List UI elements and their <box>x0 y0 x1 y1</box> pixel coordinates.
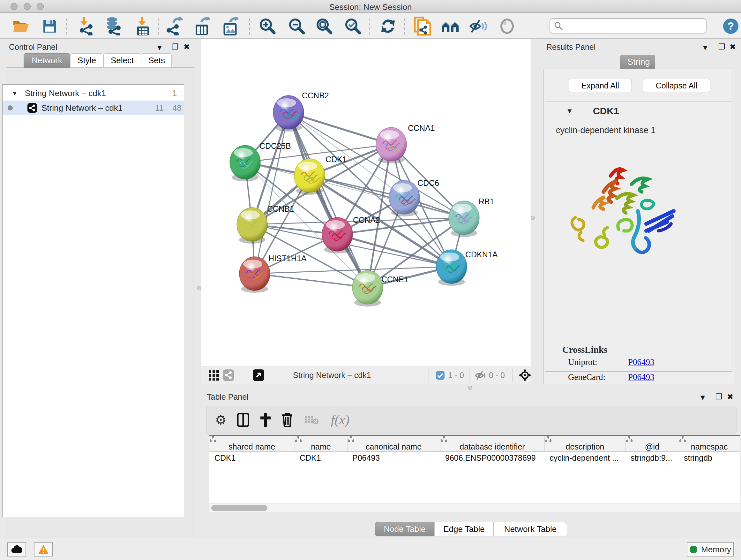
window-title: Session: New Session <box>0 2 741 12</box>
network-row[interactable]: String Network – cdk1 11 48 <box>3 101 184 115</box>
network-canvas[interactable]: CCNB2CCNA1CDC25BCDK1CDC6RB1CCNB1CCNA2CDK… <box>201 39 531 366</box>
panel-float-icon[interactable]: ❐ <box>718 43 725 51</box>
node-table[interactable]: shared namenamecanonical namedatabase id… <box>209 435 740 512</box>
table-cell[interactable]: CDK1 <box>209 452 294 464</box>
column-header[interactable]: name <box>294 436 347 452</box>
table-panel-title: Table Panel <box>207 392 249 401</box>
help-icon[interactable]: ? <box>722 17 740 35</box>
columns-icon[interactable] <box>236 412 251 428</box>
export-image-icon[interactable] <box>221 17 239 35</box>
collapse-all-button[interactable]: Collapse All <box>643 79 711 92</box>
column-header[interactable]: @id <box>625 436 679 452</box>
panel-close-icon[interactable]: ✖ <box>184 43 190 51</box>
import-table-icon[interactable] <box>134 17 152 35</box>
import-database-icon[interactable] <box>105 17 122 35</box>
crosslink-link[interactable]: P06493 <box>628 357 655 367</box>
import-network-icon[interactable] <box>78 17 96 35</box>
gray-sphere-icon[interactable] <box>498 17 516 35</box>
network-node-CCNA1[interactable]: CCNA1 <box>376 124 435 164</box>
zoom-fit-icon[interactable] <box>315 17 333 35</box>
zoom-selected-icon[interactable] <box>344 17 362 35</box>
zoom-in-icon[interactable] <box>259 17 276 35</box>
node-label: CCNB2 <box>302 91 329 100</box>
birdseye-icon[interactable] <box>253 369 264 381</box>
node-label: CDC6 <box>417 179 439 187</box>
table-cell[interactable]: cyclin-dependent ... <box>544 452 625 464</box>
tab-network[interactable]: Network <box>23 53 70 68</box>
table-cell[interactable]: stringdb:9... <box>625 452 679 464</box>
share-icon[interactable] <box>223 369 234 381</box>
gear-icon[interactable]: ⚙ <box>213 412 228 428</box>
delete-table-icon[interactable] <box>304 412 319 428</box>
grid-icon[interactable] <box>209 370 219 381</box>
crosslink-link[interactable]: P06493 <box>628 372 655 382</box>
network-node-CDC25B[interactable]: CDC25B <box>230 141 291 181</box>
function-icon[interactable]: f(x) <box>328 412 352 428</box>
export-table-icon[interactable] <box>193 17 211 35</box>
network-node-CCNB2[interactable]: CCNB2 <box>273 91 329 132</box>
network-graph[interactable]: CCNB2CCNA1CDC25BCDK1CDC6RB1CCNB1CCNA2CDK… <box>201 39 531 366</box>
column-header[interactable]: database identifier <box>440 436 544 452</box>
panel-menu-icon[interactable]: ▼ <box>699 393 706 402</box>
open-folder-icon[interactable] <box>12 17 30 35</box>
network-node-CCNE1[interactable]: CCNE1 <box>352 270 408 307</box>
memory-button[interactable]: Memory <box>687 543 734 557</box>
tab-string[interactable]: String <box>620 55 655 69</box>
table-cell[interactable]: P06493 <box>347 452 440 464</box>
column-header[interactable]: description <box>544 436 625 452</box>
export-network-icon[interactable] <box>165 17 183 35</box>
svg-text:?: ? <box>728 20 734 32</box>
eye-slash-icon[interactable] <box>475 371 486 380</box>
gene-section-header[interactable]: ▼ CDK1 <box>545 102 732 122</box>
node-label: CDK1 <box>326 155 347 164</box>
zoom-out-icon[interactable] <box>288 17 306 35</box>
horizontal-splitter-handle[interactable] <box>468 386 472 390</box>
hide-selected-icon[interactable] <box>469 17 487 35</box>
string-import-icon[interactable] <box>414 17 431 35</box>
footer-separator <box>242 368 242 382</box>
warning-button[interactable] <box>34 543 53 557</box>
panel-menu-icon[interactable]: ▼ <box>156 43 163 52</box>
scrollbar-thumb[interactable] <box>211 505 267 511</box>
network-node-RB1[interactable]: RB1 <box>449 197 494 237</box>
toolbar-separator <box>66 17 67 35</box>
tab-edge-table[interactable]: Edge Table <box>434 522 494 537</box>
first-neighbors-icon[interactable] <box>441 17 459 35</box>
search-input[interactable] <box>549 18 706 34</box>
panel-float-icon[interactable]: ❐ <box>172 43 179 51</box>
column-header[interactable]: shared name <box>209 436 294 452</box>
panel-menu-icon[interactable]: ▼ <box>701 43 709 52</box>
tab-node-table[interactable]: Node Table <box>375 522 434 537</box>
table-cell[interactable]: 9606.ENSP00000378699 <box>440 452 544 464</box>
network-node-CDKN1A[interactable]: CDKN1A <box>436 250 498 286</box>
panel-close-icon[interactable]: ✖ <box>727 392 733 401</box>
tab-select[interactable]: Select <box>104 53 141 68</box>
network-collection-row[interactable]: ▼ String Network – cdk1 1 <box>3 86 184 101</box>
table-cell[interactable]: CDK1 <box>294 452 347 464</box>
add-column-icon[interactable] <box>258 412 273 428</box>
save-icon[interactable] <box>41 17 59 35</box>
column-header[interactable]: canonical name <box>347 436 440 452</box>
horizontal-scrollbar[interactable] <box>209 503 740 512</box>
expand-all-button[interactable]: Expand All <box>569 79 632 92</box>
table-cell[interactable]: stringdb <box>679 452 740 464</box>
network-edge <box>255 273 367 287</box>
tab-sets[interactable]: Sets <box>141 53 172 68</box>
panel-close-icon[interactable]: ✖ <box>730 43 736 51</box>
cloud-button[interactable] <box>7 543 26 557</box>
delete-column-icon[interactable] <box>280 412 294 428</box>
column-header[interactable]: namespac <box>679 436 740 452</box>
refresh-icon[interactable] <box>379 17 397 35</box>
network-node-CCNB1[interactable]: CCNB1 <box>237 204 294 244</box>
tab-network-table[interactable]: Network Table <box>494 522 567 537</box>
collection-expand-icon[interactable]: ▼ <box>11 90 18 97</box>
right-splitter-handle[interactable] <box>531 216 535 220</box>
tab-style[interactable]: Style <box>70 53 104 68</box>
collapse-gene-icon[interactable]: ▼ <box>566 107 573 115</box>
left-splitter-handle[interactable] <box>197 286 201 290</box>
panel-float-icon[interactable]: ❐ <box>716 392 723 401</box>
table-row[interactable]: CDK1CDK1P064939606.ENSP00000378699cyclin… <box>209 452 740 464</box>
crosshair-icon[interactable] <box>518 368 532 382</box>
network-node-CDC6[interactable]: CDC6 <box>389 179 439 216</box>
checkbox-icon[interactable] <box>436 371 445 380</box>
